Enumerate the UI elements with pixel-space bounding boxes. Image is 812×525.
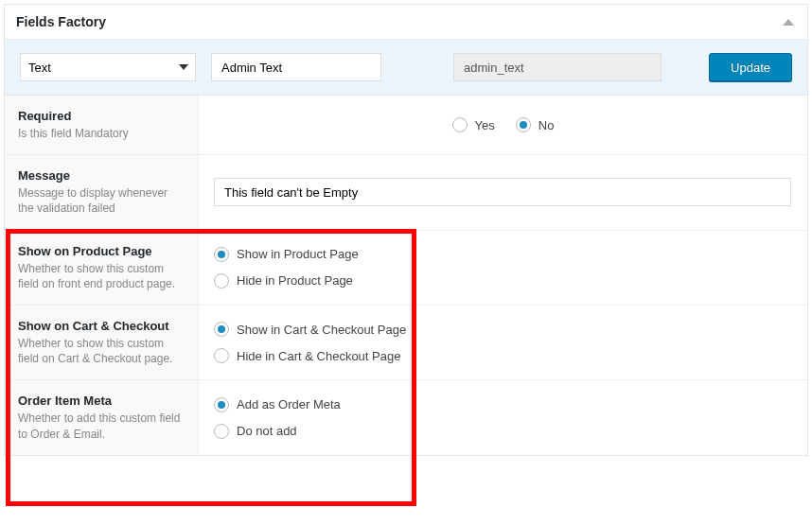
row-order-meta: Order Item Meta Whether to add this cust… xyxy=(5,380,807,454)
cart-title: Show on Cart & Checkout xyxy=(18,319,185,333)
message-title: Message xyxy=(18,168,185,183)
required-title: Required xyxy=(18,109,185,123)
product-show-radio[interactable]: Show in Product Page xyxy=(214,247,792,262)
order-desc: Whether to add this custom field to Orde… xyxy=(18,411,185,441)
order-add-radio[interactable]: Add as Order Meta xyxy=(214,397,792,412)
product-desc: Whether to show this custom field on fro… xyxy=(18,261,185,291)
radio-icon xyxy=(214,397,229,412)
cart-desc: Whether to show this custom field on Car… xyxy=(18,336,185,366)
row-message: Message Message to display whenever the … xyxy=(5,155,807,230)
field-type-select[interactable]: Text xyxy=(20,53,196,81)
radio-icon xyxy=(214,273,229,289)
radio-icon xyxy=(214,348,229,363)
radio-icon xyxy=(214,424,229,439)
required-no-radio[interactable]: No xyxy=(516,117,555,132)
settings-table: Required Is this field Mandatory Yes No xyxy=(5,96,807,455)
collapse-icon[interactable] xyxy=(783,19,794,26)
row-product-page: Show on Product Page Whether to show thi… xyxy=(5,231,807,306)
radio-icon xyxy=(452,117,468,132)
radio-icon xyxy=(214,247,229,262)
toolbar: Text Update xyxy=(5,40,807,96)
fields-factory-panel: Fields Factory Text Update Required Is t… xyxy=(4,4,808,456)
message-desc: Message to display whenever the validati… xyxy=(18,185,185,216)
field-label-input[interactable] xyxy=(211,53,381,81)
row-required: Required Is this field Mandatory Yes No xyxy=(5,96,807,155)
order-not-add-radio[interactable]: Do not add xyxy=(214,424,792,439)
product-title: Show on Product Page xyxy=(18,244,185,258)
cart-hide-radio[interactable]: Hide in Cart & Checkout Page xyxy=(214,348,792,363)
cart-show-radio[interactable]: Show in Cart & Checkout Page xyxy=(214,322,792,337)
product-hide-radio[interactable]: Hide in Product Page xyxy=(214,273,792,289)
panel-title: Fields Factory xyxy=(16,14,106,29)
message-input[interactable] xyxy=(214,178,791,206)
panel-header[interactable]: Fields Factory xyxy=(5,5,807,40)
required-yes-radio[interactable]: Yes xyxy=(452,117,495,132)
field-slug-input xyxy=(453,53,662,81)
radio-icon xyxy=(516,117,531,132)
update-button[interactable]: Update xyxy=(709,53,792,81)
required-desc: Is this field Mandatory xyxy=(18,126,185,141)
row-cart-checkout: Show on Cart & Checkout Whether to show … xyxy=(5,306,807,380)
radio-icon xyxy=(214,322,229,337)
order-title: Order Item Meta xyxy=(18,394,185,408)
field-type-select-wrap[interactable]: Text xyxy=(20,53,196,81)
